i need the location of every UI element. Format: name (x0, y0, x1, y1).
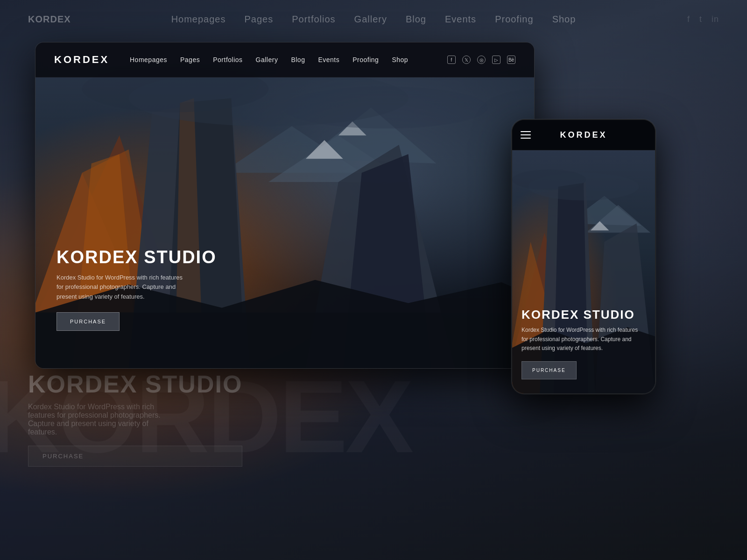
nav-pages[interactable]: Pages (180, 56, 200, 63)
desktop-logo: KORDEX (54, 54, 109, 66)
mobile-hero-content: KORDEX STUDIO Kordex Studio for WordPres… (521, 308, 646, 379)
twitter-icon[interactable]: 𝕏 (462, 56, 471, 64)
desktop-nav-links: Homepages Pages Portfolios Gallery Blog … (130, 56, 408, 63)
mobile-logo: KORDEX (560, 130, 607, 140)
desktop-nav-social: f 𝕏 ◎ ▷ Bē (447, 56, 515, 64)
vimeo-icon[interactable]: ▷ (492, 56, 500, 64)
nav-homepages[interactable]: Homepages (130, 56, 167, 63)
bg-nav-item: Portfolios (292, 14, 335, 25)
bg-nav-item: Pages (244, 14, 273, 25)
svg-point-21 (282, 86, 487, 128)
bg-social-icon: t (699, 14, 702, 24)
desktop-nav: KORDEX Homepages Pages Portfolios Galler… (35, 42, 534, 77)
hamburger-line (521, 131, 531, 132)
mobile-hero-title: KORDEX STUDIO (521, 308, 646, 322)
desktop-hero-subtitle: Kordex Studio for WordPress with rich fe… (56, 273, 187, 302)
bg-logo: KORDEX (28, 14, 71, 25)
bg-social-icon: f (687, 14, 690, 24)
mobile-mockup: KORDEX KORDEX STUDIO Kordex Studio for W… (511, 119, 656, 394)
nav-portfolios[interactable]: Portfolios (213, 56, 242, 63)
bg-purchase-button: PURCHASE (28, 446, 242, 467)
background-hero-content: KORDEX STUDIO Kordex Studio for WordPres… (28, 370, 242, 467)
bg-social-icon: in (712, 14, 719, 24)
nav-events[interactable]: Events (318, 56, 339, 63)
hamburger-line (521, 134, 531, 135)
bg-nav-item: Gallery (354, 14, 387, 25)
desktop-hero-title: KORDEX STUDIO (56, 247, 217, 267)
bg-nav-item: Blog (406, 14, 426, 25)
nav-shop[interactable]: Shop (392, 56, 408, 63)
bg-nav-item: Events (445, 14, 476, 25)
nav-gallery[interactable]: Gallery (256, 56, 278, 63)
mobile-purchase-button[interactable]: PURCHASE (521, 361, 577, 379)
bg-social-links: f t in (687, 14, 719, 24)
nav-blog[interactable]: Blog (291, 56, 305, 63)
behance-icon[interactable]: Bē (507, 56, 515, 64)
bg-nav-item: Homepages (171, 14, 226, 25)
mobile-nav: KORDEX (512, 120, 655, 150)
background-nav: KORDEX Homepages Pages Portfolios Galler… (0, 14, 747, 25)
bg-hero-title: KORDEX STUDIO (28, 370, 242, 398)
desktop-hero-content: KORDEX STUDIO Kordex Studio for WordPres… (56, 247, 217, 331)
svg-point-34 (512, 169, 586, 189)
desktop-mockup: KORDEX Homepages Pages Portfolios Galler… (35, 42, 535, 369)
facebook-icon[interactable]: f (447, 56, 456, 64)
mobile-hamburger-icon[interactable] (521, 131, 531, 139)
mobile-hero-subtitle: Kordex Studio for WordPress with rich fe… (521, 326, 646, 353)
nav-proofing[interactable]: Proofing (352, 56, 379, 63)
bg-hero-subtitle: Kordex Studio for WordPress with rich fe… (28, 403, 168, 436)
bg-nav-item: Shop (552, 14, 576, 25)
hamburger-line (521, 138, 531, 139)
bg-nav-item: Proofing (495, 14, 534, 25)
instagram-icon[interactable]: ◎ (477, 56, 486, 64)
desktop-purchase-button[interactable]: PURCHASE (56, 312, 120, 331)
